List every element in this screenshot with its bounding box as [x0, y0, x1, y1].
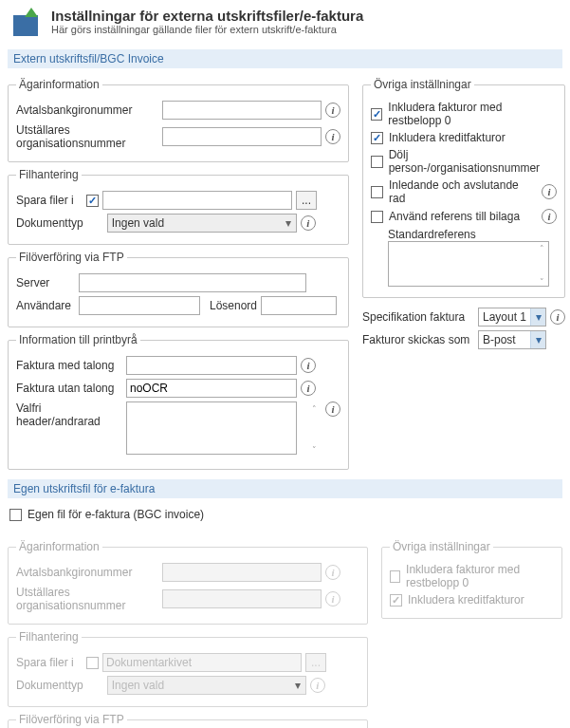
server-input[interactable]: [79, 273, 306, 292]
save-label: Spara filer i: [16, 194, 83, 207]
cb-leading-label: Inledande och avslutande rad: [389, 178, 536, 205]
cb-kreditfakturor-2: [390, 594, 402, 607]
group-print-bureau: Information till printbyrå Faktura med t…: [8, 333, 349, 470]
section-extern-title: Extern utskriftsfil/BGC Invoice: [8, 49, 562, 68]
cb-hide-orgnr[interactable]: [371, 156, 383, 168]
spec-value: Layout 1: [483, 310, 530, 324]
without-stub-info-icon[interactable]: i: [301, 381, 316, 396]
section-egen-title: Egen utskriftsfil för e-faktura: [8, 479, 562, 498]
doctype-select-2: Ingen vald ▾: [107, 676, 306, 695]
scroll-up-icon[interactable]: ˄: [535, 242, 548, 255]
cb-restbelopp-2: [390, 570, 400, 583]
chevron-down-icon: ▾: [530, 331, 545, 348]
save-label-2: Spara filer i: [16, 656, 83, 669]
group-ftp-2: Filöverföring via FTP Server Användare L…: [8, 713, 368, 728]
page-title: Inställningar för externa utskriftsfiler…: [51, 8, 363, 24]
cb-own-file[interactable]: [9, 509, 22, 521]
group-owner-legend: Ägarinformation: [16, 78, 102, 91]
spec-select[interactable]: Layout 1 ▾: [478, 308, 546, 327]
with-stub-label: Faktura med talong: [16, 359, 122, 372]
ftp-user-input[interactable]: [79, 296, 200, 315]
ftp-pass-input[interactable]: [261, 296, 337, 315]
cb-kreditfakturor-label-2: Inkludera kreditfakturor: [408, 593, 524, 607]
browse-button-2: ...: [305, 653, 326, 672]
doctype-info-icon-2: i: [310, 678, 325, 693]
group-filehandling-2: Filhantering Spara filer i ... Dokumentt…: [8, 630, 368, 707]
cb-hide-orgnr-label: Dölj person-/organisationsnummer: [389, 148, 557, 175]
save-path-input-2: [102, 653, 302, 672]
group-owner-legend-2: Ägarinformation: [16, 540, 102, 553]
group-other-legend: Övriga inställningar: [371, 78, 474, 91]
group-other-settings-2: Övriga inställningar Inkludera fakturor …: [381, 540, 562, 619]
with-stub-info-icon[interactable]: i: [301, 358, 316, 373]
without-stub-label: Faktura utan talong: [16, 382, 122, 395]
save-checkbox[interactable]: [86, 195, 99, 207]
send-select[interactable]: B-post ▾: [478, 330, 546, 349]
group-other-legend-2: Övriga inställningar: [390, 540, 493, 553]
scroll-down-icon[interactable]: ˅: [535, 275, 548, 289]
giro-input-2: [162, 563, 322, 582]
cb-leading-trailing[interactable]: [371, 186, 383, 198]
giro-info-icon[interactable]: i: [325, 103, 340, 118]
header-label: Valfri header/andrarad: [16, 401, 122, 428]
with-stub-input[interactable]: [126, 356, 297, 375]
ftp-pass-label: Lösenord: [210, 299, 257, 312]
org-label: Utställares organisationsnummer: [16, 123, 158, 150]
org-input[interactable]: [162, 127, 322, 146]
group-ftp-legend: Filöverföring via FTP: [16, 251, 127, 264]
group-filehandling: Filhantering Spara filer i ... Dokumentt…: [8, 168, 349, 245]
cb-restbelopp-label-2: Inkludera fakturor med restbelopp 0: [406, 563, 554, 589]
page-header: Inställningar för externa utskriftsfiler…: [8, 4, 562, 46]
cb-own-file-label: Egen fil för e-faktura (BGC invoice): [28, 508, 204, 521]
doctype-info-icon[interactable]: i: [301, 215, 316, 231]
without-stub-input[interactable]: [126, 379, 297, 398]
send-label: Fakturor skickas som: [362, 333, 474, 346]
header-textarea[interactable]: [126, 401, 297, 455]
server-label: Server: [16, 276, 75, 289]
std-ref-label: Standardreferens: [388, 228, 557, 241]
scroll-down-icon[interactable]: ˅: [307, 443, 321, 457]
cb-ref-bilaga[interactable]: [371, 211, 383, 223]
group-other-settings: Övriga inställningar Inkludera fakturor …: [362, 78, 565, 298]
browse-button[interactable]: ...: [296, 191, 317, 210]
group-filehandling-legend-2: Filhantering: [16, 630, 82, 644]
spec-label: Specifikation faktura: [362, 310, 474, 324]
header-info-icon[interactable]: i: [325, 401, 340, 417]
doctype-select[interactable]: Ingen vald ▾: [107, 214, 297, 233]
save-path-input[interactable]: [102, 191, 292, 210]
doctype-value: Ingen vald: [112, 216, 164, 230]
cb-kreditfakturor-label: Inkludera kreditfakturor: [389, 131, 506, 144]
org-label-2: Utställares organisationsnummer: [16, 586, 158, 612]
cb-kreditfakturor[interactable]: [371, 132, 383, 144]
cb-ref-info-icon[interactable]: i: [542, 209, 557, 224]
doctype-value-2: Ingen vald: [112, 679, 164, 692]
group-owner-info: Ägarinformation Avtalsbankgironummer i U…: [8, 78, 349, 162]
cb-leading-info-icon[interactable]: i: [542, 184, 557, 199]
page-subtitle: Här görs inställningar gällande filer fö…: [51, 24, 363, 35]
cb-restbelopp-label: Inkludera fakturor med restbelopp 0: [388, 101, 557, 127]
giro-input[interactable]: [162, 101, 322, 120]
chevron-down-icon: ▾: [290, 677, 305, 694]
chevron-down-icon: ▾: [530, 308, 545, 326]
send-value: B-post: [483, 333, 530, 346]
doctype-label-2: Dokumenttyp: [16, 679, 83, 692]
giro-info-icon-2: i: [325, 565, 340, 580]
org-input-2: [162, 589, 322, 608]
save-checkbox-2: [86, 657, 99, 669]
group-ftp-legend-2: Filöverföring via FTP: [16, 713, 127, 726]
doctype-label: Dokumenttyp: [16, 216, 83, 230]
cb-restbelopp[interactable]: [371, 108, 382, 121]
scroll-up-icon[interactable]: ˄: [307, 402, 321, 416]
group-print-legend: Information till printbyrå: [16, 333, 140, 346]
ftp-user-label: Användare: [16, 299, 75, 312]
org-info-icon-2: i: [325, 591, 340, 607]
cb-ref-label: Använd referens till bilaga: [389, 210, 536, 223]
spec-info-icon[interactable]: i: [550, 309, 565, 325]
group-ftp: Filöverföring via FTP Server Användare L…: [8, 251, 349, 327]
org-info-icon[interactable]: i: [325, 129, 340, 144]
group-owner-info-2: Ägarinformation Avtalsbankgironummer i U…: [8, 540, 368, 625]
group-filehandling-legend: Filhantering: [16, 168, 82, 181]
std-ref-textarea[interactable]: [388, 241, 549, 287]
giro-label-2: Avtalsbankgironummer: [16, 566, 158, 579]
printer-export-icon: [11, 8, 42, 38]
